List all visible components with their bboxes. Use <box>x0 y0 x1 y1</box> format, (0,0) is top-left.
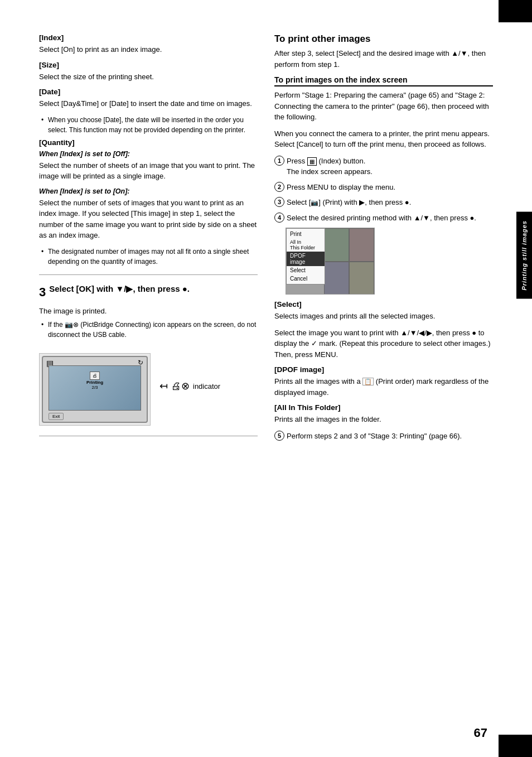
quantity-off-body: Select the number of sheets of an image … <box>39 160 258 182</box>
all-in-folder-section: [All In This Folder] Prints all the imag… <box>274 403 493 425</box>
step-circle-1: 1 <box>274 156 284 166</box>
menu-image: Print All InThis Folder DPOF image Selec… <box>286 228 375 295</box>
step-circle-4: 4 <box>274 213 284 223</box>
step-row-5: 5 Perform steps 2 and 3 of "Stage 3: Pri… <box>274 431 493 442</box>
print-index-body2: When you connect the camera to a printer… <box>274 128 493 150</box>
step3-section: 3 Select [OK] with ▼/▶, then press ●. Th… <box>39 283 258 426</box>
page: Printing still images [Index] Select [On… <box>0 0 532 757</box>
quantity-section: [Quantity] When [Index] is set to [Off]:… <box>39 138 258 267</box>
step3-bullet: If the 📷⊗ (PictBridge Connecting) icon a… <box>39 320 258 340</box>
camera-outer: ▤ ↻ 🖨 Printing 2/3 <box>42 356 148 423</box>
step3-number: 3 <box>39 283 46 301</box>
step3-title-text: Select [OK] with ▼/▶, then press ●. <box>49 284 190 293</box>
all-in-folder-body: Prints all the images in the folder. <box>274 414 493 425</box>
step-row-4: 4 Select the desired printing method wit… <box>274 213 493 224</box>
step-circle-2: 2 <box>274 182 284 192</box>
index-button-icon: ▦ <box>307 157 317 166</box>
step-4-content: Select the desired printing method with … <box>287 213 493 224</box>
sidebar-label: Printing still images <box>516 212 532 299</box>
index-title: [Index] <box>39 33 258 42</box>
step-circle-3: 3 <box>274 197 284 207</box>
select-body2: Select the image you want to print with … <box>274 327 493 360</box>
dpof-title: [DPOF image] <box>274 365 493 374</box>
index-section: [Index] Select [On] to print as an index… <box>39 33 258 55</box>
arrow-icon: ↤ <box>159 380 168 392</box>
menu-overlay: Print All InThis Folder DPOF image Selec… <box>286 228 325 285</box>
printing-icon: 🖨 <box>90 372 100 380</box>
indicator-text: indicator <box>193 382 220 390</box>
date-body: Select [Day&Time] or [Date] to insert th… <box>39 98 258 109</box>
date-section: [Date] Select [Day&Time] or [Date] to in… <box>39 88 258 135</box>
step-5-content: Perform steps 2 and 3 of "Stage 3: Print… <box>287 431 493 442</box>
indicator-container: ↤ 🖨⊗ indicator <box>159 380 220 392</box>
top-black-bar <box>499 0 532 22</box>
step-row-1: 1 Press ▦ (Index) button. The index scre… <box>274 156 493 177</box>
camera-display: ▤ ↻ 🖨 Printing 2/3 <box>39 346 258 426</box>
print-other-body: After step 3, select [Select] and the de… <box>274 48 493 70</box>
menu-photo-2 <box>349 228 374 262</box>
quantity-on-body: Select the number of sets of images that… <box>39 197 258 241</box>
print-order-icon: 📋 <box>362 378 374 385</box>
quantity-on-bullet: The designated number of images may not … <box>39 247 258 267</box>
menu-item-print[interactable]: Print <box>287 230 325 238</box>
step-circle-5: 5 <box>274 431 284 441</box>
right-column: To print other images After step 3, sele… <box>274 33 493 446</box>
menu-photo-1 <box>324 228 349 262</box>
divider-2 <box>39 436 258 436</box>
print-index-section: To print images on the index screen Perf… <box>274 75 493 295</box>
print-other-heading: To print other images <box>274 33 493 45</box>
index-body: Select [On] to print as an index image. <box>39 44 258 55</box>
step-row-3: 3 Select [📷] (Print) with ▶, then press … <box>274 197 493 208</box>
menu-photo-4 <box>349 262 374 295</box>
divider-1 <box>39 274 258 275</box>
all-in-folder-title: [All In This Folder] <box>274 403 493 412</box>
menu-item-allin[interactable]: All InThis Folder <box>287 238 325 252</box>
quantity-off-heading: When [Index] is set to [Off]: <box>39 150 258 158</box>
print-other-section: To print other images After step 3, sele… <box>274 33 493 70</box>
page-number: 67 <box>474 726 487 740</box>
menu-photo-3 <box>324 262 349 295</box>
print-index-intro: Perform "Stage 1: Preparing the camera" … <box>274 90 493 123</box>
size-title: [Size] <box>39 61 258 69</box>
step-1-content: Press ▦ (Index) button. The index screen… <box>287 156 493 177</box>
step-row-2: 2 Press MENU to display the menu. <box>274 182 493 193</box>
printing-label: Printing <box>86 380 103 385</box>
print-index-heading: To print images on the index screen <box>274 75 493 86</box>
date-title: [Date] <box>39 88 258 96</box>
select-section: [Select] Selects images and prints all t… <box>274 300 493 360</box>
menu-item-select[interactable]: Select <box>287 266 325 274</box>
pictbridge-icon: 🖨⊗ <box>171 380 190 392</box>
step-2-content: Press MENU to display the menu. <box>287 182 493 193</box>
size-section: [Size] Select the size of the printing s… <box>39 61 258 83</box>
menu-item-dpof[interactable]: DPOF image <box>287 252 325 266</box>
dpof-section: [DPOF image] Prints all the images with … <box>274 365 493 398</box>
bottom-black-bar <box>499 735 532 757</box>
printing-count: 2/3 <box>86 385 103 390</box>
main-content: [Index] Select [On] to print as an index… <box>39 33 493 446</box>
select-title: [Select] <box>274 300 493 308</box>
step-3-content: Select [📷] (Print) with ▶, then press ●. <box>287 197 493 208</box>
printing-progress: 🖨 Printing 2/3 <box>86 370 103 390</box>
step3-title: 3 Select [OK] with ▼/▶, then press ●. <box>39 283 258 301</box>
menu-photos <box>324 228 374 295</box>
exit-button[interactable]: Exit <box>49 413 64 420</box>
menu-item-cancel[interactable]: Cancel <box>287 274 325 283</box>
quantity-title: [Quantity] <box>39 138 258 147</box>
date-bullet: When you choose [Date], the date will be… <box>39 115 258 135</box>
select-body1: Selects images and prints all the select… <box>274 311 493 322</box>
dpof-body: Prints all the images with a 📋 (Print or… <box>274 376 493 398</box>
left-column: [Index] Select [On] to print as an index… <box>39 33 258 446</box>
camera-inner-screen: 🖨 Printing 2/3 <box>49 365 141 411</box>
camera-screen-container: ▤ ↻ 🖨 Printing 2/3 <box>39 353 151 426</box>
size-body: Select the size of the printing sheet. <box>39 71 258 83</box>
quantity-on-heading: When [Index] is set to [On]: <box>39 187 258 195</box>
step3-body: The image is printed. <box>39 306 258 317</box>
